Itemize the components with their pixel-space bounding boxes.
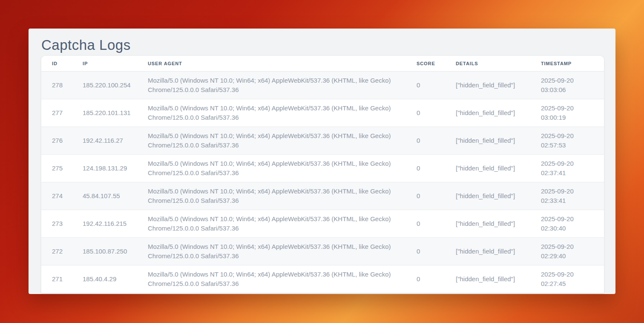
cell-ip: 45.84.107.55 xyxy=(83,187,148,205)
cell-user-agent: Mozilla/5.0 (Windows NT 10.0; Win64; x64… xyxy=(148,210,417,237)
cell-id: 274 xyxy=(52,187,83,205)
table-row: 272 185.100.87.250 Mozilla/5.0 (Windows … xyxy=(41,238,604,265)
cell-details: ["hidden_field_filled"] xyxy=(456,187,541,205)
cell-id: 277 xyxy=(52,104,83,122)
cell-ip: 192.42.116.27 xyxy=(83,132,148,150)
cell-timestamp: 2025-09-20 03:03:06 xyxy=(541,72,593,99)
cell-details: ["hidden_field_filled"] xyxy=(456,132,541,150)
cell-score: 0 xyxy=(417,270,456,288)
cell-score: 0 xyxy=(417,104,456,122)
cell-score: 0 xyxy=(417,76,456,94)
cell-ip: 185.220.100.254 xyxy=(83,76,148,94)
cell-timestamp: 2025-09-20 02:33:41 xyxy=(541,182,593,210)
cell-timestamp: 2025-09-20 02:57:53 xyxy=(541,127,593,154)
column-header-timestamp: TIMESTAMP xyxy=(541,61,604,66)
column-header-id: ID xyxy=(52,61,83,66)
captcha-logs-table: ID IP USER AGENT SCORE DETAILS TIMESTAMP… xyxy=(41,56,604,293)
cell-details: ["hidden_field_filled"] xyxy=(456,76,541,94)
cell-score: 0 xyxy=(417,215,456,233)
cell-user-agent: Mozilla/5.0 (Windows NT 10.0; Win64; x64… xyxy=(148,238,417,265)
cell-user-agent: Mozilla/5.0 (Windows NT 10.0; Win64; x64… xyxy=(148,182,417,210)
cell-score: 0 xyxy=(417,132,456,150)
cell-id: 271 xyxy=(52,270,83,288)
table-row: 274 45.84.107.55 Mozilla/5.0 (Windows NT… xyxy=(41,182,604,210)
cell-score: 0 xyxy=(417,159,456,177)
page-title: Captcha Logs xyxy=(41,35,615,55)
cell-id: 272 xyxy=(52,242,83,260)
table-row: 276 192.42.116.27 Mozilla/5.0 (Windows N… xyxy=(41,127,604,155)
cell-score: 0 xyxy=(417,242,456,260)
cell-ip: 124.198.131.29 xyxy=(83,159,148,177)
cell-user-agent: Mozilla/5.0 (Windows NT 10.0; Win64; x64… xyxy=(148,265,417,293)
cell-details: ["hidden_field_filled"] xyxy=(456,215,541,233)
cell-timestamp: 2025-09-20 02:29:40 xyxy=(541,238,593,265)
cell-id: 278 xyxy=(52,76,83,94)
cell-timestamp: 2025-09-20 03:00:19 xyxy=(541,99,593,127)
cell-timestamp: 2025-09-20 02:30:40 xyxy=(541,210,593,237)
cell-details: ["hidden_field_filled"] xyxy=(456,242,541,260)
cell-details: ["hidden_field_filled"] xyxy=(456,104,541,122)
cell-id: 276 xyxy=(52,132,83,150)
table-row: 277 185.220.101.131 Mozilla/5.0 (Windows… xyxy=(41,99,604,127)
column-header-score: SCORE xyxy=(417,61,456,66)
cell-user-agent: Mozilla/5.0 (Windows NT 10.0; Win64; x64… xyxy=(148,99,417,127)
cell-timestamp: 2025-09-20 02:37:41 xyxy=(541,155,593,182)
cell-id: 273 xyxy=(52,215,83,233)
cell-ip: 185.100.87.250 xyxy=(83,242,148,260)
cell-user-agent: Mozilla/5.0 (Windows NT 10.0; Win64; x64… xyxy=(148,127,417,154)
cell-user-agent: Mozilla/5.0 (Windows NT 10.0; Win64; x64… xyxy=(148,155,417,182)
cell-details: ["hidden_field_filled"] xyxy=(456,270,541,288)
cell-user-agent: Mozilla/5.0 (Windows NT 10.0; Win64; x64… xyxy=(148,72,417,99)
table-row: 271 185.40.4.29 Mozilla/5.0 (Windows NT … xyxy=(41,265,604,293)
captcha-logs-card: Captcha Logs ID IP USER AGENT SCORE DETA… xyxy=(29,29,615,294)
table-header-row: ID IP USER AGENT SCORE DETAILS TIMESTAMP xyxy=(41,56,604,72)
cell-ip: 185.220.101.131 xyxy=(83,104,148,122)
column-header-user-agent: USER AGENT xyxy=(148,61,417,66)
cell-timestamp: 2025-09-20 02:27:45 xyxy=(541,265,593,293)
desktop-background: { "page": { "title": "Captcha Logs" }, "… xyxy=(0,0,644,323)
table-body: 278 185.220.100.254 Mozilla/5.0 (Windows… xyxy=(41,72,604,293)
table-row: 278 185.220.100.254 Mozilla/5.0 (Windows… xyxy=(41,72,604,99)
cell-id: 275 xyxy=(52,159,83,177)
cell-score: 0 xyxy=(417,187,456,205)
table-row: 275 124.198.131.29 Mozilla/5.0 (Windows … xyxy=(41,155,604,182)
cell-ip: 192.42.116.215 xyxy=(83,215,148,233)
cell-ip: 185.40.4.29 xyxy=(83,270,148,288)
column-header-details: DETAILS xyxy=(456,61,541,66)
cell-details: ["hidden_field_filled"] xyxy=(456,159,541,177)
column-header-ip: IP xyxy=(83,61,148,66)
table-row: 273 192.42.116.215 Mozilla/5.0 (Windows … xyxy=(41,210,604,238)
